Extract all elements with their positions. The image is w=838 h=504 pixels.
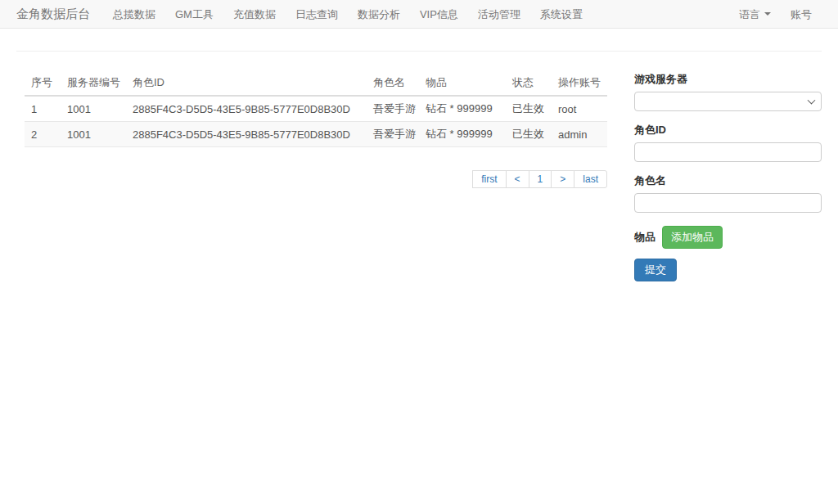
nav-item: 总揽数据 (103, 0, 165, 29)
nav-item: 系统设置 (530, 0, 592, 29)
pagination-item: < (507, 170, 529, 188)
server-select-wrap (634, 92, 822, 111)
nav-item: VIP信息 (410, 0, 468, 29)
cell-index: 2 (25, 122, 61, 147)
pagination: first < 1 > last (473, 170, 607, 188)
navbar-right: 语言 账号 (729, 0, 822, 29)
nav-item-link[interactable]: VIP信息 (410, 0, 468, 29)
pagination-item: last (574, 170, 607, 188)
table-header-cell: 物品 (419, 72, 506, 96)
table-body: 1 1001 2885F4C3-D5D5-43E5-9B85-5777E0D8B… (25, 96, 607, 147)
language-menu[interactable]: 语言 (729, 0, 781, 29)
table-header-row: 序号服务器编号角色ID角色名物品状态操作账号 (25, 72, 607, 96)
table-row: 1 1001 2885F4C3-D5D5-43E5-9B85-5777E0D8B… (25, 96, 607, 122)
role-id-label: 角色ID (634, 123, 822, 137)
table-header: 序号服务器编号角色ID角色名物品状态操作账号 (25, 72, 607, 96)
language-menu-label: 语言 (739, 0, 760, 29)
table-header-cell: 服务器编号 (61, 72, 126, 96)
nav-item: 活动管理 (468, 0, 530, 29)
server-select[interactable] (634, 92, 822, 111)
table-header-cell: 操作账号 (552, 72, 607, 96)
main-content: 序号服务器编号角色ID角色名物品状态操作账号 1 1001 2885F4C3-D… (16, 51, 822, 281)
cell-status: 已生效 (506, 122, 552, 147)
server-label: 游戏服务器 (634, 72, 822, 87)
cell-server-id: 1001 (61, 96, 126, 122)
table-header-cell: 序号 (25, 72, 61, 96)
pagination-item: first (473, 170, 506, 188)
cell-operator: admin (552, 122, 607, 147)
role-name-input[interactable] (634, 193, 822, 213)
nav-item: GM工具 (165, 0, 223, 29)
main-nav: 总揽数据 GM工具 充值数据 日志查询 数据分析 VIP信息 活动管理 系统设置 (103, 0, 592, 29)
cell-status: 已生效 (506, 96, 552, 122)
cell-index: 1 (25, 96, 61, 122)
pagination-link[interactable]: < (506, 170, 529, 188)
item-label: 物品 (634, 230, 656, 245)
nav-item-link[interactable]: 充值数据 (223, 0, 286, 29)
results-panel: 序号服务器编号角色ID角色名物品状态操作账号 1 1001 2885F4C3-D… (16, 72, 618, 188)
role-id-input[interactable] (634, 142, 822, 162)
role-id-group: 角色ID (634, 123, 822, 162)
add-item-button[interactable]: 添加物品 (662, 226, 723, 249)
cell-role-id: 2885F4C3-D5D5-43E5-9B85-5777E0D8B30D (126, 122, 367, 147)
role-name-group: 角色名 (634, 173, 822, 213)
pagination-item: 1 (529, 170, 552, 188)
account-menu[interactable]: 账号 (781, 0, 822, 29)
cell-item: 钻石 * 999999 (419, 122, 506, 147)
nav-item: 日志查询 (286, 0, 348, 29)
nav-item-link[interactable]: 系统设置 (530, 0, 592, 29)
cell-server-id: 1001 (61, 122, 126, 147)
pagination-link[interactable]: last (574, 170, 607, 188)
submit-button[interactable]: 提交 (634, 259, 677, 281)
pagination-link[interactable]: 1 (529, 170, 552, 188)
gm-records-table: 序号服务器编号角色ID角色名物品状态操作账号 1 1001 2885F4C3-D… (25, 72, 607, 147)
account-menu-label: 账号 (791, 0, 812, 29)
cell-role-name: 吾爱手游 (367, 122, 419, 147)
cell-role-name: 吾爱手游 (367, 96, 419, 122)
nav-item-link[interactable]: 活动管理 (468, 0, 530, 29)
pagination-link[interactable]: first (472, 170, 506, 188)
top-navbar: 金角数据后台 总揽数据 GM工具 充值数据 日志查询 数据分析 VIP信息 活动… (0, 0, 838, 29)
cell-operator: root (552, 96, 607, 122)
cell-item: 钻石 * 999999 (419, 96, 506, 122)
nav-item-link[interactable]: 数据分析 (348, 0, 410, 29)
cell-role-id: 2885F4C3-D5D5-43E5-9B85-5777E0D8B30D (126, 96, 367, 122)
nav-item-link[interactable]: 日志查询 (286, 0, 348, 29)
item-group: 物品 添加物品 (634, 226, 822, 249)
table-header-cell: 状态 (506, 72, 552, 96)
pagination-item: > (552, 170, 574, 188)
pagination-link[interactable]: > (551, 170, 574, 188)
server-group: 游戏服务器 (634, 72, 822, 111)
table-header-cell: 角色ID (126, 72, 367, 96)
app-brand[interactable]: 金角数据后台 (16, 7, 90, 22)
nav-item-link[interactable]: 总揽数据 (103, 0, 165, 29)
table-row: 2 1001 2885F4C3-D5D5-43E5-9B85-5777E0D8B… (25, 122, 607, 147)
role-name-label: 角色名 (634, 173, 822, 188)
pagination-container: first < 1 > last (25, 170, 607, 188)
nav-item-link[interactable]: GM工具 (165, 0, 223, 29)
gm-form-panel: 游戏服务器 角色ID 角色名 物品 添加物品 提交 (634, 72, 822, 281)
caret-down-icon (764, 12, 771, 16)
table-header-cell: 角色名 (367, 72, 419, 96)
nav-item: 数据分析 (348, 0, 410, 29)
nav-item: 充值数据 (223, 0, 286, 29)
